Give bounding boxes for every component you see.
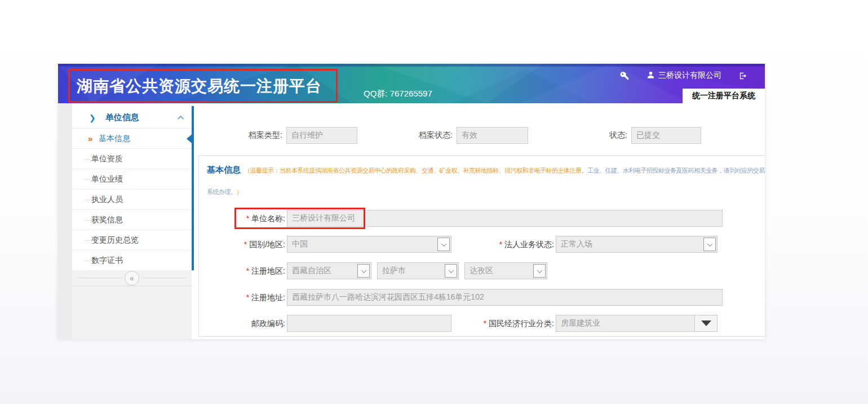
sidebar-group-unit-info[interactable]: ❯ 单位信息 [72,107,192,129]
tree-dash [85,179,90,180]
user-name: 三桥设计有限公司 [658,71,721,81]
submit-status-input[interactable]: 已提交 [631,127,701,144]
sidebar-item-label: 基本信息 [99,134,130,144]
industry-label: *国民经济行业分类: [455,315,554,332]
tab-unified-registration-system[interactable]: 统一注册平台系统 [683,89,765,103]
sidebar-item-digital-certificate[interactable]: 数字证书 [72,251,192,271]
field-label: 档案类型: [243,130,282,140]
sidebar-item-label: 单位资质 [91,154,123,164]
sidebar-group-label: 单位信息 [105,112,139,123]
required-asterisk: * [484,319,486,328]
panel-hint-orange: （温馨提示：当前本系统提供湖南省公共资源交易中心的政府采购、交通、矿业权、补充耕… [244,167,587,174]
sidebar-collapse-button[interactable]: « [125,271,139,286]
tree-dash [85,200,90,200]
user-icon [646,71,655,81]
reg-region-label: *注册地区: [199,262,285,279]
dropdown-chevron-icon [357,264,370,278]
postal-code-input[interactable] [287,315,451,332]
required-asterisk: * [246,293,249,302]
district-select[interactable]: 达孜区 [464,262,547,279]
active-marker-icon: » [88,134,92,143]
dropdown-chevron-icon [533,264,546,278]
sidebar-empty-area [72,286,192,339]
archive-status-input[interactable]: 有效 [457,127,528,144]
required-asterisk: * [246,214,249,223]
tree-dash [85,159,90,160]
tree-dash [85,261,90,261]
left-gutter [58,103,72,339]
collapse-left-icon: « [130,274,134,283]
panel-hint-close: ） [237,188,243,195]
panel-header: 基本信息（温馨提示：当前本系统提供湖南省公共资源交易中心的政府采购、交通、矿业权… [199,156,765,203]
divider [141,278,186,278]
qq-group-label: QQ群: 767265597 [364,89,432,99]
app-window: 湖南省公共资源交易统一注册平台 QQ群: 767265597 三桥设计有限公司 … [58,64,765,339]
content-area: ❯ 单位信息 » 基本信息 单位资质 单位业绩 [58,103,765,339]
province-select[interactable]: 西藏自治区 [287,262,371,279]
sidebar-item-awards[interactable]: 获奖信息 [72,210,192,230]
panel-title: 基本信息 [207,165,241,174]
dropdown-chevron-icon [437,238,450,251]
sidebar-item-label: 变更历史总览 [91,235,139,245]
key-icon[interactable] [620,71,630,81]
required-asterisk: * [244,240,247,249]
sidebar-item-change-history[interactable]: 变更历史总览 [72,230,192,251]
annotation-box-title [68,69,338,103]
unit-name-label: *单位名称: [199,210,285,227]
country-label: *国别/地区: [199,236,285,253]
sidebar-collapse-row: « [72,270,192,286]
field-label: 档案状态: [413,130,453,140]
city-select[interactable]: 拉萨市 [377,262,459,279]
main-panel: 档案类型: 自行维护 档案状态: 有效 状态: 已提交 基本信息（温馨提示：当前… [194,103,765,339]
archive-type-input[interactable]: 自行维护 [286,127,357,144]
sidebar-item-label: 执业人员 [91,195,123,205]
current-user-menu[interactable]: 三桥设计有限公司 [646,71,721,81]
postal-code-label: 邮政编码: [199,315,285,332]
reg-address-input[interactable]: 西藏拉萨市八一路哈达滨河花园西区五排4栋16单元102 [287,289,723,306]
divider [78,278,122,278]
industry-select[interactable]: 房屋建筑业 [556,315,718,332]
sidebar-item-unit-qualification[interactable]: 单位资质 [72,149,192,169]
legal-status-select[interactable]: 正常入场 [556,236,718,253]
tree-dash [85,220,90,221]
basic-info-panel: 基本信息（温馨提示：当前本系统提供湖南省公共资源交易中心的政府采购、交通、矿业权… [198,155,765,337]
required-asterisk: * [246,266,249,275]
dropdown-triangle-icon [694,315,717,331]
dropdown-chevron-icon [703,238,716,251]
sidebar-item-practitioners[interactable]: 执业人员 [72,190,192,210]
sidebar-item-label: 单位业绩 [91,174,123,185]
country-select[interactable]: 中国 [287,236,451,253]
sidebar-item-basic-info[interactable]: » 基本信息 [72,129,192,149]
unit-name-input[interactable]: 三桥设计有限公司 [287,210,723,227]
record-status-row: 档案类型: 自行维护 档案状态: 有效 状态: 已提交 [194,127,765,144]
chevron-up-icon [178,115,184,121]
sidebar-item-label: 获奖信息 [91,215,123,225]
reg-address-label: *注册地址: [199,289,285,306]
logout-icon[interactable] [738,71,748,81]
chevron-right-icon: ❯ [89,113,96,122]
field-label: 状态: [604,130,627,140]
page-background: 湖南省公共资源交易统一注册平台 QQ群: 767265597 三桥设计有限公司 … [0,0,868,404]
header-top-accent [58,64,765,67]
sidebar-item-label: 数字证书 [91,256,123,266]
legal-status-label: *法人业务状态: [455,236,554,253]
required-asterisk: * [499,240,502,249]
dropdown-chevron-icon [445,264,457,278]
tree-dash [85,240,90,241]
app-header: 湖南省公共资源交易统一注册平台 QQ群: 767265597 三桥设计有限公司 … [58,64,765,103]
sidebar-item-unit-performance[interactable]: 单位业绩 [72,169,192,190]
